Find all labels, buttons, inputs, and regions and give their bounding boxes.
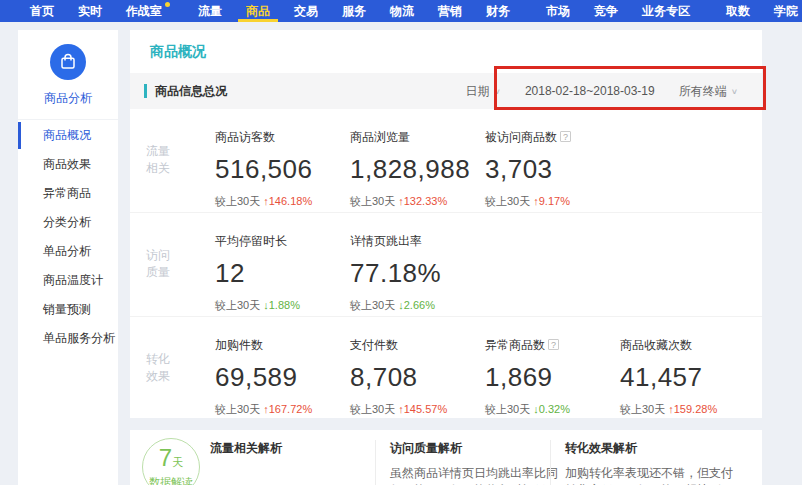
insight-visit-quality: 访问质量解析 虽然商品详情页日均跳出率比同行平均好，但平均停留时间低于同行平均，… — [390, 440, 562, 485]
nav-item-realtime[interactable]: 实时 — [66, 0, 114, 22]
group-label: 访问 质量 — [146, 233, 215, 281]
badge-caption: 数据解读 — [143, 475, 199, 485]
nav-item-war-room[interactable]: 作战室 — [114, 0, 174, 22]
metric-detail-bounce-rate: 详情页跳出率 77.18% 较上30天↓2.66% — [350, 233, 485, 313]
active-tab-underline — [238, 19, 278, 22]
nav-label: 学院 — [774, 3, 798, 20]
metric-value: 41,457 — [620, 362, 755, 393]
metric-label: 详情页跳出率 — [350, 233, 485, 250]
nav-item-business-zone[interactable]: 业务专区 — [630, 0, 702, 22]
metric-value: 516,506 — [215, 154, 350, 185]
nav-label: 首页 — [30, 3, 54, 20]
nav-label: 业务专区 — [642, 3, 690, 20]
metric-value: 69,589 — [215, 362, 350, 393]
top-nav: 首页 实时 作战室 流量 商品 交易 服务 物流 营销 财务 市场 竞争 业务专… — [0, 0, 802, 22]
date-type-dropdown[interactable]: 日期 ∨ — [456, 83, 511, 100]
date-range-picker[interactable]: 2018-02-18~2018-03-19 — [511, 84, 669, 98]
sidebar-item-sales-forecast[interactable]: 销量预测 — [18, 296, 118, 323]
metric-cart-adds: 加购件数 69,589 较上30天↑167.72% — [215, 337, 350, 417]
insight-text: 虽然商品详情页日均跳出率比同行平均好，但平均停留时间低于同行平均，请关注页面排版… — [390, 465, 562, 485]
sidebar-title: 商品分析 — [18, 90, 118, 107]
column-divider — [375, 440, 376, 485]
sidebar-item-abnormal-products[interactable]: 异常商品 — [18, 180, 118, 207]
metric-value: 3,703 — [485, 154, 620, 185]
nav-label: 取数 — [726, 3, 750, 20]
metric-paid-items: 支付件数 8,708 较上30天↑145.57% — [350, 337, 485, 417]
nav-label: 物流 — [390, 3, 414, 20]
nav-label: 流量 — [198, 3, 222, 20]
insight-conversion: 转化效果解析 加购转化率表现还不错，但支付转化率低于同行平均，赶快到异常商品并结… — [565, 440, 737, 485]
metric-label: 加购件数 — [215, 337, 350, 354]
metric-product-visitors: 商品访客数 516,506 较上30天↑146.18% — [215, 129, 350, 209]
shopping-bag-icon — [50, 44, 86, 80]
metric-compare: 较上30天↑146.18% — [215, 194, 350, 209]
chevron-down-icon: ∨ — [494, 87, 501, 96]
sidebar-item-product-overview[interactable]: 商品概况 — [18, 122, 118, 149]
insight-title: 访问质量解析 — [390, 440, 562, 457]
metric-compare: 较上30天↑132.33% — [350, 194, 485, 209]
nav-label: 竞争 — [594, 3, 618, 20]
section-accent-bar — [144, 84, 147, 98]
group-label: 转化 效果 — [146, 337, 215, 385]
nav-item-logistics[interactable]: 物流 — [378, 0, 426, 22]
metric-row-conversion: 转化 效果 加购件数 69,589 较上30天↑167.72% 支付件数 8,7… — [130, 317, 762, 418]
section-title: 商品信息总况 — [155, 83, 227, 100]
insight-text: 加购转化率表现还不错，但支付转化率低于同行平均，赶快到异常商品并结合使用商品温度… — [565, 465, 737, 485]
nav-item-trade[interactable]: 交易 — [282, 0, 330, 22]
nav-item-marketing[interactable]: 营销 — [426, 0, 474, 22]
terminal-dropdown[interactable]: 所有终端 ∨ — [669, 83, 748, 100]
metric-product-pageviews: 商品浏览量 1,828,988 较上30天↑132.33% — [350, 129, 485, 209]
main-panel: 商品概况 商品信息总况 日期 ∨ 2018-02-18~2018-03-19 所… — [130, 30, 762, 418]
nav-item-traffic[interactable]: 流量 — [186, 0, 234, 22]
terminal-label: 所有终端 — [679, 83, 727, 100]
metric-value: 12 — [215, 258, 350, 289]
nav-item-finance[interactable]: 财务 — [474, 0, 522, 22]
metric-product-favorites: 商品收藏次数 41,457 较上30天↑159.28% — [620, 337, 755, 417]
metric-label: 支付件数 — [350, 337, 485, 354]
notification-dot-icon — [165, 2, 170, 7]
metric-avg-stay-time: 平均停留时长 12 较上30天↓1.88% — [215, 233, 350, 313]
sidebar-item-product-service-analysis[interactable]: 单品服务分析 — [18, 325, 118, 352]
nav-label: 市场 — [546, 3, 570, 20]
metric-compare: 较上30天↑9.17% — [485, 194, 620, 209]
metric-compare: 较上30天↑167.72% — [215, 402, 350, 417]
nav-item-products[interactable]: 商品 — [234, 0, 282, 22]
metric-value: 8,708 — [350, 362, 485, 393]
metric-label: 商品访客数 — [215, 129, 350, 146]
nav-label: 商品 — [246, 3, 270, 20]
insight-title: 转化效果解析 — [565, 440, 737, 457]
insight-traffic: 流量相关解析 — [210, 440, 370, 465]
nav-item-data-extract[interactable]: 取数 — [714, 0, 762, 22]
sidebar-item-category-analysis[interactable]: 分类分析 — [18, 209, 118, 236]
nav-item-academy[interactable]: 学院 — [762, 0, 802, 22]
metric-label: 被访问商品数? — [485, 129, 620, 146]
metric-visited-products: 被访问商品数? 3,703 较上30天↑9.17% — [485, 129, 620, 209]
help-icon[interactable]: ? — [548, 339, 559, 350]
help-icon[interactable]: ? — [560, 131, 571, 142]
nav-label: 财务 — [486, 3, 510, 20]
nav-item-home[interactable]: 首页 — [18, 0, 66, 22]
nav-item-market[interactable]: 市场 — [534, 0, 582, 22]
group-label: 流量 相关 — [146, 129, 215, 177]
chevron-down-icon: ∨ — [731, 87, 738, 96]
metric-label: 商品收藏次数 — [620, 337, 755, 354]
column-divider — [550, 440, 551, 485]
sidebar-item-single-product-analysis[interactable]: 单品分析 — [18, 238, 118, 265]
metric-row-traffic: 流量 相关 商品访客数 516,506 较上30天↑146.18% 商品浏览量 … — [130, 109, 762, 213]
nav-label: 作战室 — [126, 3, 162, 20]
metric-value: 1,869 — [485, 362, 620, 393]
sidebar-item-product-thermometer[interactable]: 商品温度计 — [18, 267, 118, 294]
page-title: 商品概况 — [130, 30, 762, 73]
nav-label: 交易 — [294, 3, 318, 20]
metric-row-visit-quality: 访问 质量 平均停留时长 12 较上30天↓1.88% 详情页跳出率 77.18… — [130, 213, 762, 317]
metric-label: 异常商品数? — [485, 337, 620, 354]
sidebar-item-product-effect[interactable]: 商品效果 — [18, 151, 118, 178]
sidebar-header: 商品分析 — [18, 30, 118, 120]
metric-value: 1,828,988 — [350, 154, 485, 185]
metric-compare: 较上30天↑159.28% — [620, 402, 755, 417]
sidebar: 商品分析 商品概况 商品效果 异常商品 分类分析 单品分析 商品温度计 销量预测… — [18, 30, 118, 485]
nav-item-competition[interactable]: 竞争 — [582, 0, 630, 22]
nav-item-service[interactable]: 服务 — [330, 0, 378, 22]
nav-label: 实时 — [78, 3, 102, 20]
metric-compare: 较上30天↓2.66% — [350, 298, 485, 313]
